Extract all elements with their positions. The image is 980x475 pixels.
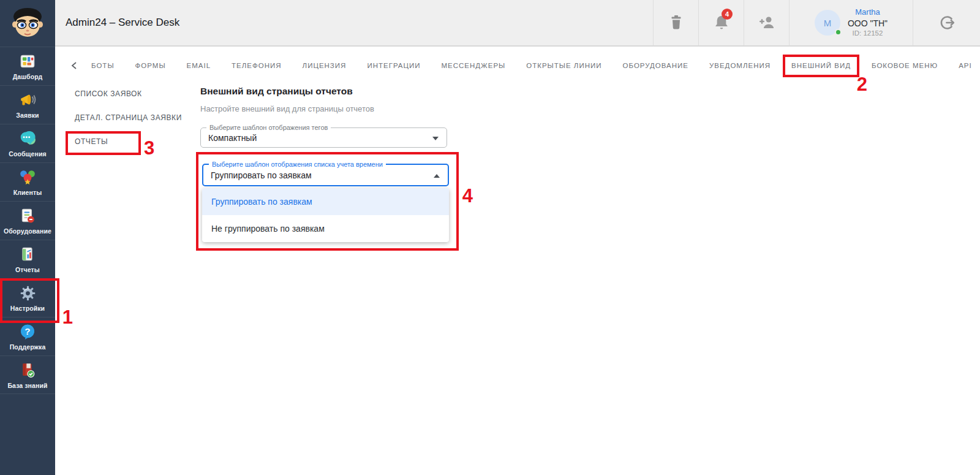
online-status-dot <box>835 29 842 36</box>
add-person-icon <box>758 15 776 31</box>
submenu-item-reports[interactable]: ОТЧЕТЫ <box>75 137 108 146</box>
submenu-item-ticket-detail-page[interactable]: ДЕТАЛ. СТРАНИЦА ЗАЯВКИ <box>75 113 182 122</box>
tab-license[interactable]: ЛИЦЕНЗИЯ <box>295 62 354 69</box>
tab-telephony[interactable]: ТЕЛЕФОНИЯ <box>224 62 288 69</box>
tags-template-select-value: Компактный <box>208 133 257 143</box>
add-user-button[interactable] <box>744 0 789 45</box>
sidebar-item-settings[interactable]: Настройки 1 <box>0 278 55 317</box>
dropdown-option-group-by-tickets[interactable]: Группировать по заявкам <box>202 188 449 215</box>
submenu-item-ticket-list[interactable]: СПИСОК ЗАЯВОК <box>75 89 142 98</box>
tab-api[interactable]: API <box>951 62 979 69</box>
sidebar-item-reports[interactable]: Отчеты <box>0 240 55 278</box>
tab-equipment[interactable]: ОБОРУДОВАНИЕ <box>616 62 696 69</box>
tab-appearance[interactable]: ВНЕШНИЙ ВИД 2 <box>784 62 858 69</box>
dashboard-icon <box>20 52 36 70</box>
annotation-number-2: 2 <box>857 75 868 94</box>
notifications-badge: 4 <box>722 9 733 20</box>
trash-button[interactable] <box>653 0 698 45</box>
settings-tabbar: БОТЫ ФОРМЫ EMAIL ТЕЛЕФОНИЯ ЛИЦЕНЗИЯ ИНТЕ… <box>55 48 980 83</box>
tab-forms[interactable]: ФОРМЫ <box>128 62 173 69</box>
gear-icon <box>20 284 36 302</box>
time-tracking-template-select[interactable]: Выберите шаблон отображения списка учета… <box>202 164 449 186</box>
tabs-scroll-left-button[interactable] <box>70 61 78 70</box>
annotation-number-3: 3 <box>144 139 154 158</box>
chevron-left-icon <box>70 61 78 70</box>
tab-open-lines[interactable]: ОТКРЫТЫЕ ЛИНИИ <box>519 62 609 69</box>
app-title: Admin24 – Service Desk <box>55 0 653 45</box>
sidebar-item-clients[interactable]: Клиенты <box>0 162 55 201</box>
sidebar-item-knowledge-base[interactable]: База знаний <box>0 355 55 394</box>
question-icon: ? <box>20 322 36 341</box>
chevron-down-icon <box>432 137 439 140</box>
sidebar-item-dashboard[interactable]: Дашборд <box>0 47 55 85</box>
avatar-initial: M <box>824 18 832 28</box>
tab-notifications[interactable]: УВЕДОМЛЕНИЯ <box>702 62 778 69</box>
appearance-settings-panel: Внешний вид страницы отчетов Настройте в… <box>200 86 488 251</box>
tab-bots[interactable]: БОТЫ <box>84 62 122 69</box>
top-header: Admin24 – Service Desk 4 M Martha OOO "T… <box>55 0 980 47</box>
user-id: ID: 12152 <box>848 29 888 39</box>
page-title: Внешний вид страницы отчетов <box>200 86 488 97</box>
svg-text:?: ? <box>24 326 30 336</box>
annotation-number-1: 1 <box>62 308 73 327</box>
equipment-icon <box>20 207 36 225</box>
chat-bubbles-icon <box>19 129 36 148</box>
tags-template-select[interactable]: Выберите шаблон отображения тегов Компак… <box>200 127 447 148</box>
notifications-button[interactable]: 4 <box>698 0 744 45</box>
tab-messengers[interactable]: МЕССЕНДЖЕРЫ <box>434 62 513 69</box>
tab-integrations[interactable]: ИНТЕГРАЦИИ <box>360 62 428 69</box>
avatar: M <box>815 10 840 36</box>
user-menu[interactable]: M Martha OOO "TH" ID: 12152 <box>789 0 913 45</box>
sidebar: Дашборд Заявки Сообщения Клиенты Оборудо <box>0 0 55 475</box>
user-company: OOO "TH" <box>848 18 888 29</box>
time-tracking-select-label: Выберите шаблон отображения списка учета… <box>209 161 386 168</box>
tab-appearance-label: ВНЕШНИЙ ВИД <box>791 62 851 69</box>
report-chart-icon <box>20 245 36 264</box>
trash-icon <box>669 15 684 31</box>
time-tracking-dropdown-menu: Группировать по заявкам Не группировать … <box>202 188 449 242</box>
chevron-up-icon <box>434 174 440 178</box>
sidebar-item-support[interactable]: ? Поддержка <box>0 317 55 355</box>
user-info: Martha OOO "TH" ID: 12152 <box>848 7 888 39</box>
tab-side-menu[interactable]: БОКОВОЕ МЕНЮ <box>864 62 945 69</box>
sidebar-item-equipment[interactable]: Оборудование <box>0 201 55 240</box>
time-tracking-select-value: Группировать по заявкам <box>211 170 312 180</box>
logout-icon <box>938 14 956 31</box>
cartoon-avatar-logo <box>9 4 47 42</box>
logout-button[interactable] <box>913 0 980 45</box>
megaphone-icon <box>19 91 36 109</box>
admin24-app: Дашборд Заявки Сообщения Клиенты Оборудо <box>0 0 980 475</box>
annotation-number-4: 4 <box>462 186 473 205</box>
tags-template-select-label: Выберите шаблон отображения тегов <box>206 124 331 131</box>
dropdown-option-no-group-by-tickets[interactable]: Не группировать по заявкам <box>202 215 449 242</box>
book-icon <box>20 361 36 379</box>
annotation-box-4: Выберите шаблон отображения списка учета… <box>196 152 459 251</box>
sidebar-item-messages[interactable]: Сообщения <box>0 124 55 162</box>
clients-icon <box>19 168 36 186</box>
tab-email[interactable]: EMAIL <box>179 62 219 69</box>
user-name: Martha <box>848 7 888 18</box>
sidebar-item-tickets[interactable]: Заявки <box>0 85 55 124</box>
page-subtitle: Настройте внешний вид для страницы отчет… <box>200 104 488 113</box>
app-logo[interactable] <box>0 0 55 47</box>
